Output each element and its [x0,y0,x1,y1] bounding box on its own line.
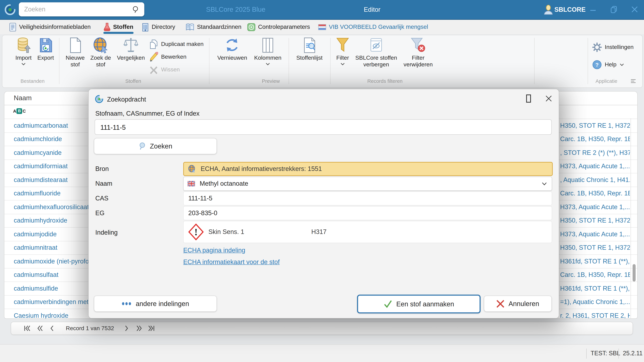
andere-indelingen-button[interactable]: andere indelingen [94,296,217,312]
dialog-app-icon [95,95,104,104]
group-divider [288,38,289,84]
nieuwe-stof-button[interactable]: Nieuwe stof [63,37,87,68]
cancel-x-icon [496,300,504,308]
substance-search-field[interactable] [95,119,552,135]
vertical-scrollbar-thumb[interactable] [632,264,636,282]
help-button[interactable]: ? Help [592,59,624,70]
substance-search-input[interactable] [100,120,558,135]
gear-icon [592,43,602,52]
group-label-preview: Preview [220,78,321,85]
echa-informatiekaart-link[interactable]: ECHA informatiekaart voor de stof [183,258,280,266]
bewerken-button[interactable]: Bewerken [149,51,186,63]
version-label: 25.2.11 [623,345,642,362]
zoek-de-stof-button[interactable]: Zoek de stof [88,37,114,68]
next-page-icon[interactable] [136,322,142,335]
tab-vib-voorbeeld[interactable]: VIB VOORBEELD Gevaarlijk mengsel [318,20,428,34]
zoekopdracht-dialog: Zoekopdracht Stofnaam, CASnummer, EG of … [88,89,559,318]
target-icon [247,23,256,31]
title-bar: SBLCore 2025 Blue Editor SBLCORE [0,0,644,20]
hide-eye-icon [369,37,383,53]
help-icon: ? [592,60,602,69]
filter-funnel-icon [336,37,350,53]
sblcore-stoffen-verbergen-button[interactable]: SBLCore stoffen verbergen [354,37,399,68]
cas-label: CAS [95,195,108,202]
previous-record-icon[interactable] [50,322,54,335]
pencil-icon [149,52,158,62]
group-divider [59,38,60,84]
refresh-icon [224,37,240,53]
global-search-box[interactable] [19,2,144,16]
first-record-icon[interactable] [24,322,30,335]
naam-dropdown[interactable]: Methyl octanoate [183,177,552,191]
bron-value: ECHA, Aantal informatieverstrekkers: 155… [201,165,322,173]
dialog-maximize-icon[interactable] [525,94,532,103]
last-record-icon[interactable] [148,322,155,335]
restore-window-icon[interactable] [610,5,618,14]
een-stof-aanmaken-button[interactable]: Een stof aanmaken [357,295,480,313]
uk-flag-icon [188,181,195,186]
tab-controleparameters[interactable]: Controleparameters [247,20,310,34]
tab-label: VIB VOORBEELD Gevaarlijk mengsel [329,23,428,30]
book-icon [186,23,194,31]
close-window-icon[interactable] [630,5,639,13]
svg-text:?: ? [595,62,599,68]
tab-label: Controleparameters [258,23,310,30]
bron-label: Bron [95,165,109,173]
duplicaat-maken-button[interactable]: Duplicaat maken [149,38,204,50]
import-button[interactable]: Import [12,37,35,65]
eg-field[interactable]: 203-835-0 [183,206,552,220]
check-icon [384,300,392,308]
tab-standaardzinnen[interactable]: Standaardzinnen [186,20,242,34]
bron-field[interactable]: ECHA, Aantal informatieverstrekkers: 155… [183,162,553,176]
user-avatar-icon[interactable] [544,5,553,15]
echa-pagina-indeling-link[interactable]: ECHA pagina indeling [183,247,245,254]
nl-flag-icon [318,24,326,30]
remove-filter-icon [410,37,426,53]
zoeken-button[interactable]: Zoeken [94,138,217,154]
global-search-input[interactable] [24,5,132,13]
indeling-label: Indeling [95,229,118,236]
app-logo-icon [4,4,16,16]
dialog-close-icon[interactable] [545,95,552,102]
vernieuwen-button[interactable]: Vernieuwen [216,37,249,61]
echa-globe-icon [188,165,196,173]
tab-label: Standaardzinnen [197,23,242,30]
new-document-icon [69,37,82,53]
document-icon [9,23,16,31]
status-divider [618,349,619,359]
stoffenlijst-button[interactable]: Stoffenlijst [293,37,326,61]
account-label[interactable]: SBLCORE [554,0,586,19]
eg-value: 203-835-0 [188,209,217,217]
kolommen-button[interactable]: Kolommen [252,37,283,65]
filter-button[interactable]: Filter [332,37,353,65]
annuleren-button[interactable]: Annuleren [484,296,552,312]
svg-text:!: ! [194,227,198,237]
globe-search-icon [93,37,108,53]
main-tab-bar: Veiligheidsinformatiebladen Stoffen Dire… [0,20,644,34]
previous-page-icon[interactable] [37,322,43,335]
tab-veiligheidsinformatiebladen[interactable]: Veiligheidsinformatiebladen [9,20,90,34]
window-mode-label: Editor [364,0,380,19]
abc-filter-icon[interactable]: A B C [13,108,26,114]
column-header-naam[interactable]: Naam [14,94,32,102]
export-button[interactable]: Export [34,37,58,61]
delete-x-icon [149,65,158,74]
filter-verwijderen-button[interactable]: Filter verwijderen [400,37,436,68]
chevron-down-icon [620,63,624,66]
instellingen-button[interactable]: Instellingen [592,42,634,53]
minimize-icon[interactable] [589,6,597,14]
group-divider [209,38,210,84]
naam-label: Naam [95,180,112,187]
group-options-icon[interactable] [630,79,636,83]
wissen-button[interactable]: Wissen [149,64,180,75]
vergelijken-button[interactable]: Vergelijken [116,37,146,61]
tab-label: Directory [152,23,175,30]
database-import-icon [16,37,31,53]
hazard-code-value: H317 [311,228,326,236]
cas-field[interactable]: 111-11-5 [183,191,552,205]
record-counter: Record 1 van 7532 [62,322,118,335]
next-record-icon[interactable] [124,322,128,335]
ribbon-toolbar: Import Export Bestanden Nieuwe stof [2,35,643,88]
status-divider [586,349,586,359]
tab-directory[interactable]: Directory [142,20,175,34]
